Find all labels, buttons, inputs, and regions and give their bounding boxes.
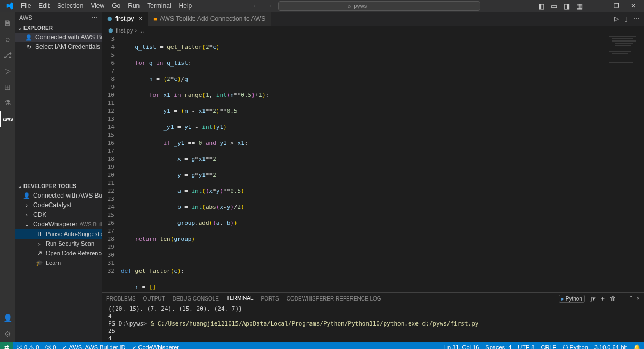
code-content[interactable]: g_list = get_factor(2*c) for g in g_list… <box>121 35 644 292</box>
breadcrumb-file: first.py <box>116 27 133 34</box>
sidebar-item-select-iam[interactable]: ↻ Select IAM Credentials to View Res... <box>15 42 102 52</box>
search-text: pyws <box>354 3 367 9</box>
chevron-down-icon: ⌄ <box>16 183 23 189</box>
status-interpreter[interactable]: 3.10.0 64-bit <box>591 342 630 349</box>
explorer-section-header[interactable]: ⌄ EXPLORER <box>15 23 102 33</box>
breadcrumb-more: ... <box>139 27 144 34</box>
sidebar-item-codewhisperer[interactable]: ⌄ CodeWhisperer AWS Builder ID Con... <box>15 220 102 229</box>
status-ports[interactable]: ⓞ0 <box>42 342 59 349</box>
terminal-content[interactable]: {(20, 15), (7, 24), (15, 20), (24, 7)} 4… <box>102 304 644 342</box>
sidebar-item-connected[interactable]: 👤 Connected with AWS Builde... ⓘ⋯ <box>15 33 102 42</box>
close-panel-icon[interactable]: × <box>637 295 640 302</box>
menu-go[interactable]: Go <box>108 2 124 10</box>
minimap[interactable] <box>607 35 644 292</box>
run-file-icon[interactable]: ▷ <box>614 15 619 22</box>
panel-more-icon[interactable]: ⋯ <box>620 295 626 302</box>
layout-panel-icon[interactable]: ▭ <box>548 1 560 11</box>
user-icon: 👤 <box>25 34 33 41</box>
status-ln-col[interactable]: Ln 31, Col 16 <box>441 342 482 349</box>
menu-selection[interactable]: Selection <box>53 2 87 10</box>
sidebar-item-cdk[interactable]: › CDK <box>15 210 102 220</box>
menu-view[interactable]: View <box>87 2 108 10</box>
link-external-icon: ↗ <box>35 250 44 257</box>
panel-tab-problems[interactable]: PROBLEMS <box>106 294 136 303</box>
layout-sidebar-right-icon[interactable]: ◨ <box>561 1 573 11</box>
command-center-search[interactable]: ⌕ pyws <box>278 1 480 11</box>
maximize-window-icon[interactable]: ❐ <box>608 0 625 12</box>
python-file-icon: ⬢ <box>107 15 112 22</box>
panel-tab-ports[interactable]: PORTS <box>261 294 279 303</box>
radio-icon: ⓞ <box>45 344 51 350</box>
sidebar-item-label: Run Security Scan <box>46 240 94 247</box>
split-terminal-icon[interactable]: ▯▾ <box>589 295 596 302</box>
check-icon: ✓ <box>132 344 137 350</box>
sidebar: AWS ⋯ ⌄ EXPLORER 👤 Connected with AWS Bu… <box>15 12 102 342</box>
terminal-kind[interactable]: ▸ Python <box>559 295 585 303</box>
sidebar-more-icon[interactable]: ⋯ <box>92 14 97 21</box>
remote-indicator[interactable]: ⇄ <box>0 342 13 349</box>
status-aws[interactable]: ✓AWS: AWS Builder ID <box>59 342 128 349</box>
sidebar-item-label: Pause Auto-Suggestions <box>46 231 102 237</box>
tab-aws-toolkit[interactable]: ■ AWS Toolkit: Add Connection to AWS <box>148 12 271 26</box>
menu-edit[interactable]: Edit <box>35 2 53 10</box>
status-errors-warnings[interactable]: ⓧ0 ⚠0 <box>13 342 42 349</box>
status-language[interactable]: { } Python <box>559 342 591 349</box>
editor-tabs: ⬢ first.py × ■ AWS Toolkit: Add Connecti… <box>102 12 644 26</box>
svg-rect-4 <box>615 45 631 46</box>
aws-icon[interactable]: aws <box>0 111 15 127</box>
sidebar-item-learn[interactable]: 🎓 Learn <box>15 258 102 267</box>
status-codewhisperer[interactable]: ✓CodeWhisperer <box>129 342 182 349</box>
menu-run[interactable]: Run <box>124 2 143 10</box>
panel: PROBLEMS OUTPUT DEBUG CONSOLE TERMINAL P… <box>102 292 644 342</box>
panel-tab-terminal[interactable]: TERMINAL <box>226 294 254 303</box>
sidebar-item-label: Open Code Reference Log <box>46 250 102 256</box>
title-bar: File Edit Selection View Go Run Terminal… <box>0 0 644 12</box>
extensions-icon[interactable]: ⊞ <box>0 79 15 95</box>
tab-first-py[interactable]: ⬢ first.py × <box>102 12 148 26</box>
status-encoding[interactable]: UTF-8 <box>515 342 537 349</box>
close-tab-icon[interactable]: × <box>138 15 142 22</box>
user-icon: 👤 <box>22 192 31 199</box>
nav-back-icon[interactable]: ← <box>250 2 260 10</box>
menu-help[interactable]: Help <box>175 2 196 10</box>
sidebar-item-run-scan[interactable]: ▹ Run Security Scan <box>15 239 102 248</box>
explorer-icon[interactable]: 🗎 <box>0 15 15 31</box>
accounts-icon[interactable]: 👤 <box>0 310 15 326</box>
panel-tab-debug[interactable]: DEBUG CONSOLE <box>173 294 219 303</box>
svg-rect-7 <box>609 62 633 63</box>
breadcrumb[interactable]: ⬢ first.py › ... <box>102 26 644 35</box>
editor-more-icon[interactable]: ⋯ <box>633 15 640 22</box>
menu-file[interactable]: File <box>17 2 35 10</box>
sidebar-item-connected-devtools[interactable]: 👤 Connected with AWS Builder ID <box>15 191 102 200</box>
customize-layout-icon[interactable]: ▦ <box>574 1 585 11</box>
chevron-right-icon: › <box>22 202 31 208</box>
layout-sidebar-left-icon[interactable]: ◧ <box>535 1 547 11</box>
split-editor-icon[interactable]: ▯ <box>624 15 628 22</box>
error-icon: ⓧ <box>17 344 22 350</box>
run-debug-icon[interactable]: ▷ <box>0 63 15 79</box>
testing-icon[interactable]: ⚗ <box>0 95 15 111</box>
search-icon[interactable]: ⌕ <box>0 31 15 47</box>
menu-terminal[interactable]: Terminal <box>143 2 175 10</box>
panel-tab-output[interactable]: OUTPUT <box>143 294 165 303</box>
source-control-icon[interactable]: ⎇ <box>0 47 15 63</box>
new-terminal-icon[interactable]: ＋ <box>600 295 606 303</box>
line-gutter: 3456789101112131415161718192021222324252… <box>102 35 121 292</box>
sidebar-item-open-reflog[interactable]: ↗ Open Code Reference Log <box>15 248 102 258</box>
play-icon: ▹ <box>35 240 44 247</box>
settings-gear-icon[interactable]: ⚙ <box>0 326 15 342</box>
maximize-panel-icon[interactable]: ˆ <box>630 295 632 302</box>
sidebar-item-codecatalyst[interactable]: › CodeCatalyst <box>15 200 102 210</box>
panel-tab-cwref[interactable]: CODEWHISPERER REFERENCE LOG <box>287 294 381 303</box>
status-notifications-icon[interactable]: 🔔 <box>630 342 644 349</box>
nav-forward-icon[interactable]: → <box>264 2 274 10</box>
close-window-icon[interactable]: ✕ <box>625 0 642 12</box>
code-editor[interactable]: 3456789101112131415161718192021222324252… <box>102 35 644 292</box>
tab-label: first.py <box>115 15 134 22</box>
status-spaces[interactable]: Spaces: 4 <box>482 342 515 349</box>
kill-terminal-icon[interactable]: 🗑 <box>610 295 616 302</box>
devtools-section-header[interactable]: ⌄ DEVELOPER TOOLS <box>15 182 102 191</box>
sidebar-item-pause-suggestions[interactable]: ⏸ Pause Auto-Suggestions <box>15 229 102 239</box>
status-eol[interactable]: CRLF <box>537 342 559 349</box>
minimize-window-icon[interactable]: — <box>591 0 608 12</box>
